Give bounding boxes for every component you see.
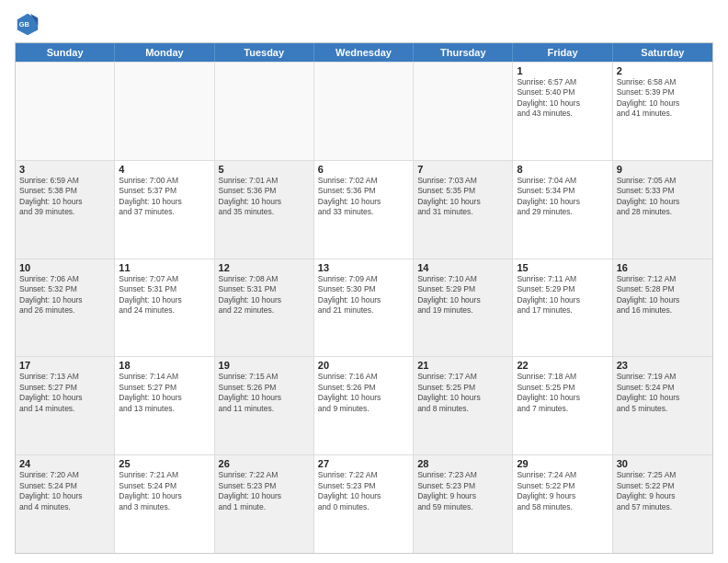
calendar: SundayMondayTuesdayWednesdayThursdayFrid… [15, 42, 713, 554]
calendar-row-2: 10Sunrise: 7:06 AM Sunset: 5:32 PM Dayli… [16, 259, 712, 357]
header-cell-sunday: Sunday [16, 43, 115, 62]
day-info: Sunrise: 7:19 AM Sunset: 5:24 PM Dayligh… [617, 372, 709, 414]
day-number: 25 [119, 458, 210, 469]
day-number: 5 [219, 164, 310, 175]
day-info: Sunrise: 7:20 AM Sunset: 5:24 PM Dayligh… [19, 470, 110, 512]
calendar-row-3: 17Sunrise: 7:13 AM Sunset: 5:27 PM Dayli… [16, 356, 712, 454]
day-info: Sunrise: 7:10 AM Sunset: 5:29 PM Dayligh… [417, 274, 508, 316]
calendar-cell-14: 14Sunrise: 7:10 AM Sunset: 5:29 PM Dayli… [414, 259, 513, 357]
calendar-cell-empty-2 [215, 63, 314, 160]
day-number: 9 [617, 164, 709, 175]
svg-text:GB: GB [19, 20, 30, 29]
day-info: Sunrise: 7:16 AM Sunset: 5:26 PM Dayligh… [318, 372, 409, 414]
header-cell-monday: Monday [115, 43, 214, 62]
day-number: 4 [119, 164, 210, 175]
day-number: 15 [517, 262, 608, 273]
day-number: 3 [19, 164, 110, 175]
day-info: Sunrise: 7:08 AM Sunset: 5:31 PM Dayligh… [219, 274, 310, 316]
day-info: Sunrise: 7:02 AM Sunset: 5:36 PM Dayligh… [318, 176, 409, 218]
calendar-row-4: 24Sunrise: 7:20 AM Sunset: 5:24 PM Dayli… [16, 454, 712, 553]
calendar-cell-11: 11Sunrise: 7:07 AM Sunset: 5:31 PM Dayli… [115, 259, 214, 357]
day-number: 7 [417, 164, 508, 175]
logo: GB [15, 11, 44, 37]
calendar-cell-25: 25Sunrise: 7:21 AM Sunset: 5:24 PM Dayli… [115, 455, 214, 553]
header-cell-friday: Friday [513, 43, 612, 62]
calendar-cell-1: 1Sunrise: 6:57 AM Sunset: 5:40 PM Daylig… [513, 63, 612, 160]
day-number: 17 [19, 360, 110, 371]
header-cell-thursday: Thursday [414, 43, 513, 62]
day-info: Sunrise: 7:17 AM Sunset: 5:25 PM Dayligh… [417, 372, 508, 414]
day-info: Sunrise: 7:03 AM Sunset: 5:35 PM Dayligh… [417, 176, 508, 218]
day-number: 10 [19, 262, 110, 273]
calendar-cell-20: 20Sunrise: 7:16 AM Sunset: 5:26 PM Dayli… [314, 357, 414, 454]
day-info: Sunrise: 7:01 AM Sunset: 5:36 PM Dayligh… [219, 176, 310, 218]
day-number: 27 [318, 458, 409, 469]
calendar-cell-26: 26Sunrise: 7:22 AM Sunset: 5:23 PM Dayli… [215, 455, 314, 553]
day-info: Sunrise: 7:04 AM Sunset: 5:34 PM Dayligh… [517, 176, 608, 218]
day-info: Sunrise: 6:58 AM Sunset: 5:39 PM Dayligh… [617, 77, 709, 120]
day-number: 1 [517, 65, 608, 76]
calendar-cell-28: 28Sunrise: 7:23 AM Sunset: 5:23 PM Dayli… [414, 455, 513, 553]
calendar-cell-6: 6Sunrise: 7:02 AM Sunset: 5:36 PM Daylig… [314, 161, 414, 259]
calendar-cell-8: 8Sunrise: 7:04 AM Sunset: 5:34 PM Daylig… [513, 161, 612, 259]
logo-icon: GB [15, 11, 40, 37]
calendar-cell-7: 7Sunrise: 7:03 AM Sunset: 5:35 PM Daylig… [414, 161, 513, 259]
calendar-row-1: 3Sunrise: 6:59 AM Sunset: 5:38 PM Daylig… [16, 160, 712, 259]
day-number: 16 [617, 262, 709, 273]
calendar-cell-16: 16Sunrise: 7:12 AM Sunset: 5:28 PM Dayli… [613, 259, 712, 357]
calendar-cell-10: 10Sunrise: 7:06 AM Sunset: 5:32 PM Dayli… [16, 259, 115, 357]
calendar-cell-empty-0 [16, 63, 115, 160]
calendar-cell-empty-4 [414, 63, 513, 160]
day-info: Sunrise: 7:07 AM Sunset: 5:31 PM Dayligh… [119, 274, 210, 316]
day-number: 26 [219, 458, 310, 469]
calendar-cell-empty-3 [314, 63, 414, 160]
calendar-cell-15: 15Sunrise: 7:11 AM Sunset: 5:29 PM Dayli… [513, 259, 612, 357]
day-info: Sunrise: 7:23 AM Sunset: 5:23 PM Dayligh… [417, 470, 508, 512]
header-cell-tuesday: Tuesday [215, 43, 314, 62]
day-info: Sunrise: 6:59 AM Sunset: 5:38 PM Dayligh… [19, 176, 110, 218]
day-number: 14 [417, 262, 508, 273]
header-cell-wednesday: Wednesday [314, 43, 414, 62]
calendar-cell-empty-1 [115, 63, 214, 160]
calendar-body: 1Sunrise: 6:57 AM Sunset: 5:40 PM Daylig… [16, 62, 712, 553]
day-number: 23 [617, 360, 709, 371]
day-number: 12 [219, 262, 310, 273]
calendar-cell-2: 2Sunrise: 6:58 AM Sunset: 5:39 PM Daylig… [613, 63, 712, 160]
day-info: Sunrise: 7:15 AM Sunset: 5:26 PM Dayligh… [219, 372, 310, 414]
day-number: 11 [119, 262, 210, 273]
day-number: 30 [617, 458, 709, 469]
page: GB SundayMondayTuesdayWednesdayThursdayF… [0, 0, 728, 563]
day-info: Sunrise: 6:57 AM Sunset: 5:40 PM Dayligh… [517, 77, 608, 120]
header-cell-saturday: Saturday [613, 43, 712, 62]
day-number: 24 [19, 458, 110, 469]
day-number: 13 [318, 262, 409, 273]
day-info: Sunrise: 7:22 AM Sunset: 5:23 PM Dayligh… [219, 470, 310, 512]
calendar-cell-19: 19Sunrise: 7:15 AM Sunset: 5:26 PM Dayli… [215, 357, 314, 454]
day-info: Sunrise: 7:12 AM Sunset: 5:28 PM Dayligh… [617, 274, 709, 316]
calendar-cell-17: 17Sunrise: 7:13 AM Sunset: 5:27 PM Dayli… [16, 357, 115, 454]
calendar-header: SundayMondayTuesdayWednesdayThursdayFrid… [16, 43, 712, 62]
day-info: Sunrise: 7:11 AM Sunset: 5:29 PM Dayligh… [517, 274, 608, 316]
day-info: Sunrise: 7:24 AM Sunset: 5:22 PM Dayligh… [517, 470, 608, 512]
day-number: 29 [517, 458, 608, 469]
day-number: 19 [219, 360, 310, 371]
calendar-cell-29: 29Sunrise: 7:24 AM Sunset: 5:22 PM Dayli… [513, 455, 612, 553]
day-info: Sunrise: 7:14 AM Sunset: 5:27 PM Dayligh… [119, 372, 210, 414]
day-number: 20 [318, 360, 409, 371]
day-info: Sunrise: 7:21 AM Sunset: 5:24 PM Dayligh… [119, 470, 210, 512]
day-number: 28 [417, 458, 508, 469]
calendar-cell-23: 23Sunrise: 7:19 AM Sunset: 5:24 PM Dayli… [613, 357, 712, 454]
day-number: 8 [517, 164, 608, 175]
calendar-cell-4: 4Sunrise: 7:00 AM Sunset: 5:37 PM Daylig… [115, 161, 214, 259]
calendar-cell-27: 27Sunrise: 7:22 AM Sunset: 5:23 PM Dayli… [314, 455, 414, 553]
day-info: Sunrise: 7:09 AM Sunset: 5:30 PM Dayligh… [318, 274, 409, 316]
calendar-cell-5: 5Sunrise: 7:01 AM Sunset: 5:36 PM Daylig… [215, 161, 314, 259]
day-number: 6 [318, 164, 409, 175]
calendar-cell-22: 22Sunrise: 7:18 AM Sunset: 5:25 PM Dayli… [513, 357, 612, 454]
day-number: 2 [617, 65, 709, 76]
calendar-cell-21: 21Sunrise: 7:17 AM Sunset: 5:25 PM Dayli… [414, 357, 513, 454]
calendar-cell-18: 18Sunrise: 7:14 AM Sunset: 5:27 PM Dayli… [115, 357, 214, 454]
day-info: Sunrise: 7:25 AM Sunset: 5:22 PM Dayligh… [617, 470, 709, 512]
calendar-cell-30: 30Sunrise: 7:25 AM Sunset: 5:22 PM Dayli… [613, 455, 712, 553]
calendar-cell-12: 12Sunrise: 7:08 AM Sunset: 5:31 PM Dayli… [215, 259, 314, 357]
